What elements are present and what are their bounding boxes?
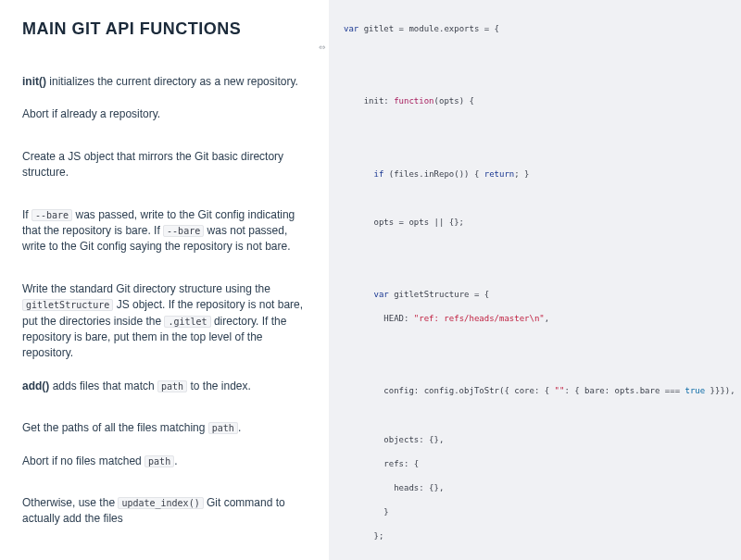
code-line xyxy=(344,144,732,156)
code-line: } xyxy=(344,506,732,518)
text: Otherwise, use the xyxy=(22,496,118,509)
code-line: refs: { xyxy=(344,458,732,470)
code-line xyxy=(344,554,732,560)
code-line xyxy=(344,410,732,422)
code-line xyxy=(344,337,732,349)
resize-handle-icon[interactable]: ⇔ xyxy=(319,43,326,52)
code-line: objects: {}, xyxy=(344,434,732,446)
fn-name-add: add() xyxy=(22,380,49,392)
code-line: var gitletStructure = { xyxy=(344,289,732,301)
text: adds files that match xyxy=(49,380,157,392)
text: Abort if no files matched xyxy=(22,454,144,467)
para-create-js: Create a JS object that mirrors the Git … xyxy=(22,149,312,181)
code-panel: var gitlet = module.exports = { init: fu… xyxy=(329,0,741,560)
para-init: init() initializes the current directory… xyxy=(22,74,312,90)
code-line: }; xyxy=(344,530,732,542)
text: If xyxy=(22,208,31,221)
code-gitletstructure: gitletStructure xyxy=(22,299,113,311)
fn-name-init: init() xyxy=(22,75,46,88)
para-get-paths: Get the paths of all the files matching … xyxy=(22,420,312,436)
code-line xyxy=(344,71,732,83)
code-bare-2: --bare xyxy=(163,225,204,237)
page-title: MAIN GIT API FUNCTIONS xyxy=(22,17,312,41)
code-path-3: path xyxy=(144,455,174,467)
code-line xyxy=(344,361,732,373)
code-line: HEAD: "ref: refs/heads/master\n", xyxy=(344,313,732,325)
page-root: MAIN GIT API FUNCTIONS init() initialize… xyxy=(0,0,741,560)
prose-panel: MAIN GIT API FUNCTIONS init() initialize… xyxy=(0,0,329,560)
code-path-1: path xyxy=(157,380,187,392)
code-line: init: function(opts) { xyxy=(344,95,732,107)
para-abort-repo: Abort if already a repository. xyxy=(22,106,312,122)
para-add: add() adds files that match path to the … xyxy=(22,379,312,394)
code-line: var gitlet = module.exports = { xyxy=(344,23,732,35)
code-line: config: config.objToStr({ core: { "": { … xyxy=(344,385,732,397)
code-line xyxy=(344,193,732,205)
code-line xyxy=(344,265,732,277)
text: Get the paths of all the files matching xyxy=(22,421,208,434)
code-line xyxy=(344,47,732,59)
text: initializes the current directory as a n… xyxy=(46,75,298,88)
text: Write the standard Git directory structu… xyxy=(22,282,270,295)
code-line: opts = opts || {}; xyxy=(344,217,732,229)
text: to the index. xyxy=(187,380,251,392)
code-line xyxy=(344,241,732,253)
code-line xyxy=(344,119,732,131)
code-path-2: path xyxy=(208,422,238,434)
text: . xyxy=(238,421,241,434)
code-update-index: update_index() xyxy=(118,497,203,509)
code-gitlet-dir: .gitlet xyxy=(164,316,210,328)
para-update-index: Otherwise, use the update_index() Git co… xyxy=(22,495,312,528)
para-bare: If --bare was passed, write to the Git c… xyxy=(22,207,312,255)
code-line: if (files.inRepo()) { return; } xyxy=(344,168,732,180)
para-abort-no-files: Abort if no files matched path. xyxy=(22,454,312,469)
code-bare-1: --bare xyxy=(31,209,72,221)
para-structure: Write the standard Git directory structu… xyxy=(22,281,312,362)
text: . xyxy=(174,454,177,467)
code-line: heads: {}, xyxy=(344,482,732,494)
